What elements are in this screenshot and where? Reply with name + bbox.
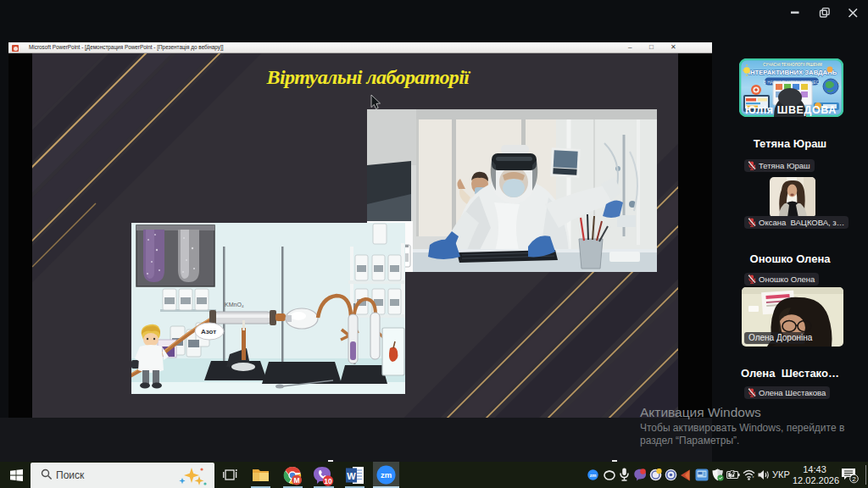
svg-text:zm: zm: [381, 470, 392, 480]
svg-text:*: *: [753, 475, 754, 480]
svg-text:Юлія ШВЕДОВА: Юлія ШВЕДОВА: [745, 104, 837, 116]
svg-text:СУЧАСНІ ТЕХНОЛОГІЇ РІШЕНМ: СУЧАСНІ ТЕХНОЛОГІЇ РІШЕНМ: [763, 62, 822, 67]
svg-text:ІНТЕРАКТИВНИХ ЗАВДАНЬ: ІНТЕРАКТИВНИХ ЗАВДАНЬ: [748, 69, 837, 76]
svg-text:KMnO₄: KMnO₄: [225, 302, 244, 308]
svg-text:Азот: Азот: [201, 328, 216, 336]
svg-text:M: M: [293, 476, 299, 485]
svg-text:2: 2: [852, 475, 856, 483]
svg-text:W: W: [347, 471, 356, 481]
svg-text:10: 10: [324, 477, 332, 485]
svg-text:zm: zm: [590, 473, 597, 478]
svg-text:Олена Дороніна: Олена Дороніна: [748, 333, 813, 342]
